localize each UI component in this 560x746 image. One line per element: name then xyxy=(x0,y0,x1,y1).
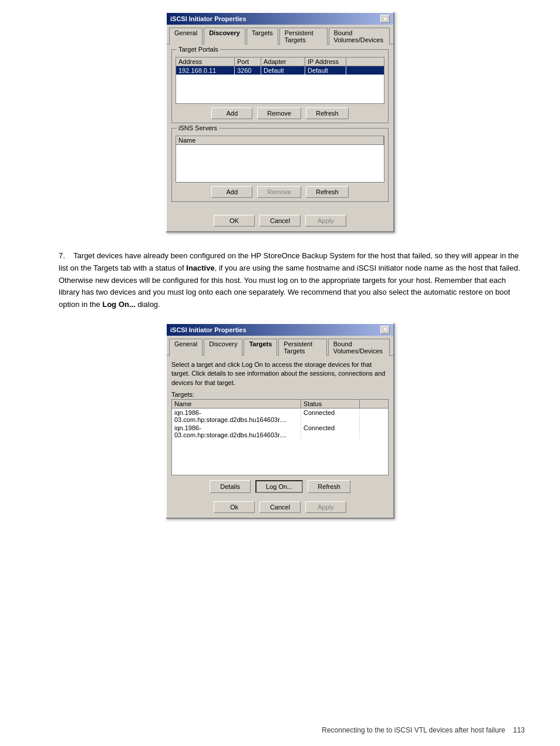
table-row[interactable]: iqn.1986-03.com.hp:storage.d2dbs.hu16460… xyxy=(172,409,388,424)
col-name: Name xyxy=(176,136,384,144)
dialog2-ok-button[interactable]: Ok xyxy=(214,501,255,513)
tab-persistent-targets[interactable]: Persistent Targets xyxy=(279,28,328,45)
step7: 7. Target devices have already been conf… xyxy=(59,250,525,311)
dialog1-footer: OK Cancel Apply xyxy=(167,211,393,231)
target-status-1: Connected xyxy=(301,409,360,424)
dialog1-ok-button[interactable]: OK xyxy=(214,215,255,227)
step-bold-logon: Log On... xyxy=(102,300,135,309)
cell-address: 192.168.0.11 xyxy=(176,66,235,75)
portals-remove-button[interactable]: Remove xyxy=(257,107,301,119)
dialog1-tabs: General Discovery Targets Persistent Tar… xyxy=(167,25,393,45)
dialog2-body: Select a target and click Log On to acce… xyxy=(167,356,393,498)
page-number: 113 xyxy=(513,726,525,734)
step-bold-inactive: Inactive xyxy=(186,264,214,272)
portals-btn-row: Add Remove Refresh xyxy=(176,107,384,119)
step-text-3: dialog. xyxy=(136,300,160,309)
tab-targets[interactable]: Targets xyxy=(247,28,278,45)
portals-add-button[interactable]: Add xyxy=(211,107,252,119)
d2-tab-general[interactable]: General xyxy=(169,339,203,356)
dialog1-title: iSCSI Initiator Properties xyxy=(170,15,247,22)
dialog2-tabs: General Discovery Targets Persistent Tar… xyxy=(167,336,393,356)
targets-table-header: Name Status xyxy=(172,400,388,409)
logon-button[interactable]: Log On... xyxy=(255,480,303,493)
isns-remove-button[interactable]: Remove xyxy=(257,186,301,198)
d2-tab-targets[interactable]: Targets xyxy=(244,339,277,356)
tab-discovery[interactable]: Discovery xyxy=(204,28,245,45)
target-portals-header: Address Port Adapter IP Address xyxy=(176,58,384,66)
dialog2-info: Select a target and click Log On to acce… xyxy=(171,360,389,387)
portals-refresh-button[interactable]: Refresh xyxy=(306,107,349,119)
dialog2: iSCSI Initiator Properties ✕ General Dis… xyxy=(166,323,394,519)
d2-tab-persistent[interactable]: Persistent Targets xyxy=(278,339,326,356)
cell-adapter: Default xyxy=(261,66,305,75)
tab-bound-volumes[interactable]: Bound Volumes/Devices xyxy=(329,28,390,45)
dialog2-title: iSCSI Initiator Properties xyxy=(170,326,247,333)
col-ip: IP Address xyxy=(305,58,346,66)
col-port: Port xyxy=(235,58,261,66)
isns-btn-row: Add Remove Refresh xyxy=(176,186,384,198)
page-footer: Reconnecting to the to iSCSI VTL devices… xyxy=(322,726,525,734)
dialog2-apply-button[interactable]: Apply xyxy=(305,501,346,513)
dialog1-apply-button[interactable]: Apply xyxy=(305,215,346,227)
d2-tab-bound[interactable]: Bound Volumes/Devices xyxy=(328,339,390,356)
target-portals-table: Address Port Adapter IP Address 192.168.… xyxy=(176,57,384,104)
targets-table: Name Status iqn.1986-03.com.hp:storage.d… xyxy=(171,399,389,475)
details-button[interactable]: Details xyxy=(210,480,251,493)
step-number: 7. xyxy=(59,251,72,260)
isns-header: Name xyxy=(176,136,384,145)
dialog2-titlebar: iSCSI Initiator Properties ✕ xyxy=(167,324,393,336)
dialog1-close-button[interactable]: ✕ xyxy=(380,15,390,23)
tab-general[interactable]: General xyxy=(169,28,203,45)
dialog1: iSCSI Initiator Properties ✕ General Dis… xyxy=(166,12,394,232)
dialog1-titlebar: iSCSI Initiator Properties ✕ xyxy=(167,13,393,25)
col-status-header: Status xyxy=(301,400,360,408)
dialog2-footer: Ok Cancel Apply xyxy=(167,498,393,518)
isns-servers-label: iSNS Servers xyxy=(177,124,219,131)
table-row[interactable]: iqn.1986-03.com.hp:storage.d2dbs.hu16460… xyxy=(172,424,388,439)
isns-refresh-button[interactable]: Refresh xyxy=(306,186,349,198)
isns-table: Name xyxy=(176,136,384,183)
cell-port: 3260 xyxy=(235,66,261,75)
isns-add-button[interactable]: Add xyxy=(211,186,252,198)
target-portals-label: Target Portals xyxy=(177,46,220,53)
dialog2-cancel-button[interactable]: Cancel xyxy=(259,501,301,513)
dialog2-refresh-button[interactable]: Refresh xyxy=(308,480,350,493)
dialog2-action-btns: Details Log On... Refresh xyxy=(171,480,389,493)
d2-tab-discovery[interactable]: Discovery xyxy=(204,339,242,356)
cell-ip: Default xyxy=(305,66,346,75)
target-name-2: iqn.1986-03.com.hp:storage.d2dbs.hu16460… xyxy=(172,424,301,439)
target-status-2: Connected xyxy=(301,424,360,439)
targets-label: Targets: xyxy=(171,391,389,398)
target-portals-group: Target Portals Address Port Adapter IP A… xyxy=(171,49,389,123)
isns-servers-group: iSNS Servers Name Add Remove Refresh xyxy=(171,128,389,202)
table-row[interactable]: 192.168.0.11 3260 Default Default xyxy=(176,66,384,75)
col-address: Address xyxy=(176,58,235,66)
footer-text: Reconnecting to the to iSCSI VTL devices… xyxy=(322,726,505,734)
dialog2-close-button[interactable]: ✕ xyxy=(380,326,390,334)
dialog1-cancel-button[interactable]: Cancel xyxy=(259,215,301,227)
dialog1-body: Target Portals Address Port Adapter IP A… xyxy=(167,45,393,211)
target-name-1: iqn.1986-03.com.hp:storage.d2dbs.hu16460… xyxy=(172,409,301,424)
col-name-header: Name xyxy=(172,400,301,408)
col-adapter: Adapter xyxy=(261,58,305,66)
